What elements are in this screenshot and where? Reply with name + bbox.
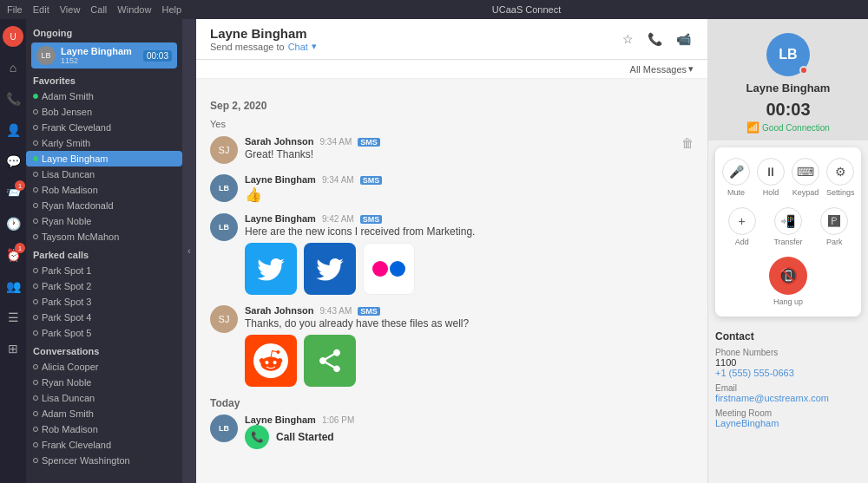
status-dot <box>33 395 38 401</box>
sidebar-item-park1[interactable]: Park Spot 1 <box>26 263 182 278</box>
email-value[interactable]: firstname@ucstreamx.com <box>715 393 861 403</box>
hold-button[interactable]: ⏸ Hold <box>757 158 785 197</box>
chat-area: Layne Bingham Send message to Chat ▾ ☆ 📞… <box>196 19 707 483</box>
all-messages-button[interactable]: All Messages ▾ <box>630 63 694 75</box>
message-avatar-lb2: LB <box>210 213 238 241</box>
menu-icon[interactable]: ☰ <box>3 307 23 328</box>
settings-icon: ⚙ <box>826 158 854 186</box>
conv-item-lisa[interactable]: Lisa Duncan <box>26 390 182 406</box>
user-avatar[interactable]: U <box>3 26 23 47</box>
video-icon[interactable]: 📹 <box>674 29 694 49</box>
status-dot <box>33 427 38 432</box>
sidebar-item-layne-bingham[interactable]: Layne Bingham <box>26 151 182 166</box>
menu-file[interactable]: File <box>7 4 23 15</box>
hangup-button[interactable]: 📵 <box>769 257 807 295</box>
sidebar-item-park2[interactable]: Park Spot 2 <box>26 278 182 294</box>
status-dot <box>33 458 38 463</box>
conv-item-spencer[interactable]: Spencer Washington <box>26 453 182 468</box>
sidebar-item-park4[interactable]: Park Spot 4 <box>26 310 182 325</box>
twitter-image[interactable] <box>245 243 297 295</box>
message-emoji-2: 👍 <box>245 186 694 203</box>
sidebar-item-ryan-noble[interactable]: Ryan Noble <box>26 213 182 229</box>
menu-call[interactable]: Call <box>90 4 107 15</box>
connection-status: 📶 Good Connection <box>746 121 830 134</box>
conv-item-ryan[interactable]: Ryan Noble <box>26 375 182 390</box>
add-button[interactable]: + Add <box>722 207 761 246</box>
home-icon[interactable]: ⌂ <box>3 57 23 78</box>
call-controls-panel: 🎤 Mute ⏸ Hold ⌨ Keypad ⚙ Settings <box>715 147 861 317</box>
message-content-2: Layne Bingham 9:34 AM SMS 👍 <box>245 174 694 203</box>
transfer-icon: 📲 <box>774 207 802 235</box>
keypad-button[interactable]: ⌨ Keypad <box>792 158 819 197</box>
grid-icon[interactable]: ⊞ <box>3 338 23 359</box>
status-dot <box>33 330 38 336</box>
sidebar-item-frank-cleveland[interactable]: Frank Cleveland <box>26 120 182 135</box>
chat-header-subtitle: Send message to Chat ▾ <box>210 41 317 52</box>
status-dot <box>33 234 38 239</box>
sidebar-item-adam-smith[interactable]: Adam Smith <box>26 88 182 104</box>
sidebar-item-park5[interactable]: Park Spot 5 <box>26 325 182 341</box>
controls-grid-row2: + Add 📲 Transfer 🅿 Park <box>722 207 854 246</box>
park-label: Park <box>826 238 843 246</box>
clock-badge: 1 <box>15 243 25 253</box>
menu-help[interactable]: Help <box>161 4 181 15</box>
delete-btn-1[interactable]: 🗑 <box>681 136 694 150</box>
contacts-icon[interactable]: 👤 <box>3 120 23 140</box>
conv-item-adam[interactable]: Adam Smith <box>26 406 182 421</box>
phone-number-1[interactable]: 1100 <box>715 357 861 368</box>
conv-item-frank[interactable]: Frank Cleveland <box>26 437 182 453</box>
sidebar-item-karly-smith[interactable]: Karly Smith <box>26 135 182 151</box>
message-sender-1: Sarah Johnson 9:34 AM SMS <box>245 136 674 147</box>
meeting-room-value[interactable]: LayneBingham <box>715 418 861 428</box>
message-time-today: 1:06 PM <box>322 415 354 425</box>
chat-channel-select[interactable]: Chat <box>288 42 308 52</box>
sidebar-item-bob-jensen[interactable]: Bob Jensen <box>26 104 182 120</box>
twitter2-image[interactable] <box>304 243 356 295</box>
contacts2-icon[interactable]: 👥 <box>3 276 23 297</box>
menu-edit[interactable]: Edit <box>33 4 49 15</box>
menu-window[interactable]: Window <box>117 4 151 15</box>
conv-item-rob[interactable]: Rob Madison <box>26 421 182 437</box>
controls-grid-row1: 🎤 Mute ⏸ Hold ⌨ Keypad ⚙ Settings <box>722 158 854 197</box>
sidebar-icon-column: U ⌂ 📞 👤 💬 📨 1 🕐 ⏰ 1 👥 ☰ ⊞ <box>0 19 26 483</box>
call-avatar: LB <box>36 46 56 65</box>
sidebar-item-taysom[interactable]: Taysom McMahon <box>26 229 182 245</box>
keypad-icon: ⌨ <box>792 158 819 186</box>
phone-icon[interactable]: 📞 <box>3 88 23 109</box>
message-time-1: 9:34 AM <box>320 137 352 147</box>
right-panel: LB Layne Bingham 00:03 📶 Good Connection… <box>707 19 868 483</box>
phone-header-icon[interactable]: 📞 <box>645 29 665 49</box>
add-icon: + <box>728 207 756 235</box>
sms-badge-1: SMS <box>358 138 380 147</box>
park-button[interactable]: 🅿 Park <box>815 207 854 246</box>
ongoing-call-item[interactable]: LB Layne Bingham 1152 00:03 <box>31 42 177 69</box>
sidebar-item-rob-madison[interactable]: Rob Madison <box>26 182 182 198</box>
mute-button[interactable]: 🎤 Mute <box>722 158 750 197</box>
sidebar-item-ryan-macdonald[interactable]: Ryan Macdonald <box>26 198 182 213</box>
status-dot <box>33 268 38 273</box>
transfer-button[interactable]: 📲 Transfer <box>768 207 807 246</box>
ongoing-label: Ongoing <box>26 23 182 41</box>
share-image[interactable] <box>304 335 356 387</box>
contact-display-name: Layne Bingham <box>746 82 831 95</box>
reddit-image[interactable] <box>245 335 297 387</box>
settings-button[interactable]: ⚙ Settings <box>826 158 855 197</box>
menu-view[interactable]: View <box>60 4 81 15</box>
chat-icon[interactable]: 💬 <box>3 151 23 172</box>
sidebar-content: Ongoing LB Layne Bingham 1152 00:03 Favo… <box>26 19 182 483</box>
main-layout: U ⌂ 📞 👤 💬 📨 1 🕐 ⏰ 1 👥 ☰ ⊞ <box>0 19 868 483</box>
clock-icon[interactable]: ⏰ 1 <box>3 245 23 265</box>
voicemail-icon[interactable]: 📨 1 <box>3 182 23 203</box>
channel-dropdown-icon[interactable]: ▾ <box>312 41 317 52</box>
flickr-image[interactable] <box>363 243 415 295</box>
history-icon[interactable]: 🕐 <box>3 213 23 234</box>
star-icon[interactable]: ☆ <box>620 29 636 49</box>
sidebar-item-park3[interactable]: Park Spot 3 <box>26 294 182 310</box>
phone-number-2[interactable]: +1 (555) 555-0663 <box>715 368 861 378</box>
message-sender-2: Layne Bingham 9:34 AM SMS <box>245 174 694 185</box>
conv-item-alicia[interactable]: Alicia Cooper <box>26 359 182 375</box>
sidebar-item-lisa-duncan[interactable]: Lisa Duncan <box>26 166 182 182</box>
status-dot <box>33 156 38 161</box>
chat-messages: Sep 2, 2020 Yes SJ Sarah Johnson 9:34 AM… <box>196 79 707 483</box>
sidebar-collapse-btn[interactable]: ‹ <box>182 19 196 483</box>
